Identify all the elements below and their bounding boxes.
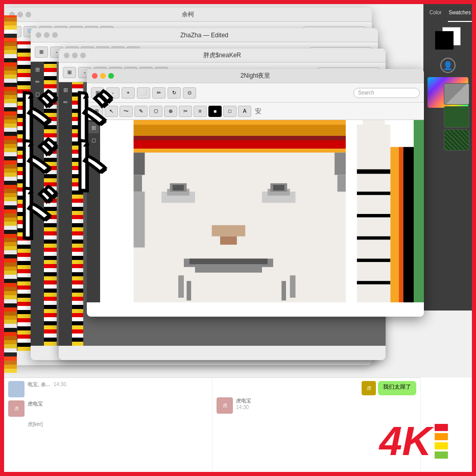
dot-close-3[interactable] bbox=[64, 53, 69, 58]
dot-min-4[interactable] bbox=[100, 73, 106, 79]
dot-min-3[interactable] bbox=[72, 53, 78, 58]
dot-min-2[interactable] bbox=[44, 32, 50, 38]
window-body-2night: ⊞ - + ⬜ ✏ ↻ ⊙ Search ⊞ ↖ 〜 ✎ ⬡ ⊕ ✂ ≡ ■ □… bbox=[87, 83, 424, 317]
decorative-strip-left bbox=[4, 15, 17, 373]
tb-n3[interactable]: + bbox=[122, 87, 135, 99]
titlebar-panghu: 胖虎$neaKeR bbox=[59, 49, 386, 63]
tb2-11[interactable]: A bbox=[238, 106, 251, 117]
logo-stripes bbox=[435, 423, 448, 460]
tb-z1[interactable]: ⊞ bbox=[35, 46, 48, 58]
dot-close-2[interactable] bbox=[36, 32, 41, 38]
chat-sender-right-2: 虎电宝 bbox=[236, 397, 251, 404]
window-title-zhazha: ZhaZha — Edited bbox=[180, 32, 228, 39]
chat-sender-name-2: 虎电宝 bbox=[28, 400, 43, 408]
titlebar-yukuo: 余柯 bbox=[4, 8, 372, 22]
p-sel[interactable]: ⊞ bbox=[60, 84, 71, 96]
window-controls-zhazha bbox=[36, 32, 58, 38]
window-title-panghu: 胖虎$neaKeR bbox=[203, 51, 241, 60]
pixel-art-svg bbox=[100, 120, 424, 302]
dot-max-3[interactable] bbox=[80, 53, 86, 58]
tb-n1[interactable]: ⊞ bbox=[91, 87, 104, 99]
chat-pane-left: 电宝, 余... 14:30 虎 虎电宝 虎[ker] bbox=[4, 378, 212, 472]
ai-panel: Color Swatches 👤 bbox=[423, 4, 472, 311]
swatch-thumb-2[interactable] bbox=[444, 106, 469, 128]
dot-maximize[interactable] bbox=[26, 12, 31, 17]
bottom-chat: 电宝, 余... 14:30 虎 虎电宝 虎[ker] 虎 我们太屌了 虎 虎电… bbox=[4, 377, 421, 472]
tb2-6[interactable]: ⊕ bbox=[164, 106, 177, 117]
svg-rect-50 bbox=[399, 147, 403, 302]
stripe-green bbox=[435, 451, 448, 459]
tb2-1[interactable]: ⊞ bbox=[90, 106, 103, 117]
left-tools-2night: ⊞ ◻ bbox=[87, 120, 100, 302]
svg-rect-34 bbox=[195, 264, 262, 272]
chat-avatar-1 bbox=[8, 381, 25, 397]
p-pen[interactable]: ✏ bbox=[60, 97, 71, 108]
svg-rect-2 bbox=[134, 125, 346, 136]
t-sel[interactable]: ⊞ bbox=[32, 64, 43, 75]
dot-max-2[interactable] bbox=[52, 32, 58, 38]
stripe-2 bbox=[44, 62, 57, 346]
chat-item-1: 电宝, 余... 14:30 bbox=[8, 381, 208, 397]
svg-rect-30 bbox=[212, 225, 246, 236]
window-title-2night: 2Night夜里 bbox=[241, 72, 271, 80]
tb-p1[interactable]: ⊞ bbox=[63, 67, 76, 78]
stripe-yellow bbox=[435, 442, 448, 449]
tb2-7[interactable]: ✂ bbox=[179, 106, 192, 117]
window-controls-panghu bbox=[64, 53, 86, 58]
tab-color[interactable]: Color bbox=[423, 4, 448, 22]
svg-rect-29 bbox=[273, 185, 284, 191]
svg-rect-20 bbox=[335, 153, 346, 175]
color-front bbox=[435, 31, 454, 50]
person-icon: 👤 bbox=[440, 58, 456, 73]
t-sp[interactable]: ◻ bbox=[32, 88, 43, 100]
content-2night: ⊞ ◻ bbox=[87, 120, 424, 302]
dot-minimize[interactable] bbox=[17, 12, 23, 17]
chat-bubble-green: 我们太屌了 bbox=[378, 381, 416, 395]
swatch-thumb-3[interactable] bbox=[444, 129, 469, 151]
svg-rect-48 bbox=[357, 281, 391, 284]
chat-time-right-2: 14:30 bbox=[236, 404, 251, 410]
tb-n5[interactable]: ✏ bbox=[152, 87, 165, 99]
tb2-8[interactable]: ≡ bbox=[194, 106, 207, 117]
search-box-2night-1[interactable]: Search bbox=[353, 88, 420, 98]
tb-n2[interactable]: - bbox=[106, 87, 120, 99]
tb2-5[interactable]: ⬡ bbox=[149, 106, 162, 117]
n-sel[interactable]: ⊞ bbox=[88, 122, 99, 133]
svg-rect-38 bbox=[281, 281, 286, 300]
svg-rect-43 bbox=[357, 170, 391, 174]
tab-swatches[interactable]: Swatches bbox=[448, 4, 472, 22]
dot-close-4[interactable] bbox=[92, 73, 98, 79]
dot-max-4[interactable] bbox=[108, 73, 114, 79]
svg-rect-51 bbox=[403, 147, 415, 302]
svg-rect-45 bbox=[357, 214, 391, 218]
t-pen[interactable]: ✏ bbox=[32, 76, 43, 87]
tb-n6[interactable]: ↻ bbox=[168, 87, 181, 99]
chat-avatar-2: 虎 bbox=[8, 400, 25, 417]
svg-rect-41 bbox=[368, 120, 379, 125]
canvas-2night[interactable] bbox=[100, 120, 424, 302]
svg-rect-1 bbox=[134, 120, 346, 125]
titlebar-2night: 2Night夜里 bbox=[87, 69, 424, 83]
svg-rect-36 bbox=[186, 281, 191, 300]
titlebar-zhazha: ZhaZha — Edited bbox=[31, 28, 378, 42]
tb-n7[interactable]: ⊙ bbox=[183, 87, 196, 99]
chat-avatar-right-2: 虎 bbox=[217, 397, 233, 414]
n-mar[interactable]: ◻ bbox=[88, 134, 99, 146]
svg-rect-33 bbox=[189, 258, 268, 264]
tb2-9[interactable]: ■ bbox=[208, 106, 222, 117]
color-box[interactable] bbox=[435, 27, 461, 53]
svg-rect-14 bbox=[134, 140, 346, 149]
tb2-2[interactable]: ↖ bbox=[105, 106, 118, 117]
svg-rect-17 bbox=[134, 153, 145, 175]
tb2-3[interactable]: 〜 bbox=[120, 106, 133, 117]
tb-n4[interactable]: ⬜ bbox=[137, 87, 150, 99]
logo-4k-container: 4K bbox=[379, 421, 448, 462]
chat-sender-1: 电宝, 余... 14:30 bbox=[28, 381, 66, 388]
stripe-red bbox=[435, 424, 448, 431]
window-title-yukuo: 余柯 bbox=[182, 10, 194, 19]
tb2-4[interactable]: ✎ bbox=[134, 106, 148, 117]
svg-rect-49 bbox=[390, 147, 398, 302]
chat-msg-content-2: 虎电宝 bbox=[28, 400, 43, 408]
swatch-thumb-1[interactable] bbox=[444, 83, 469, 105]
tb2-10[interactable]: □ bbox=[223, 106, 236, 117]
